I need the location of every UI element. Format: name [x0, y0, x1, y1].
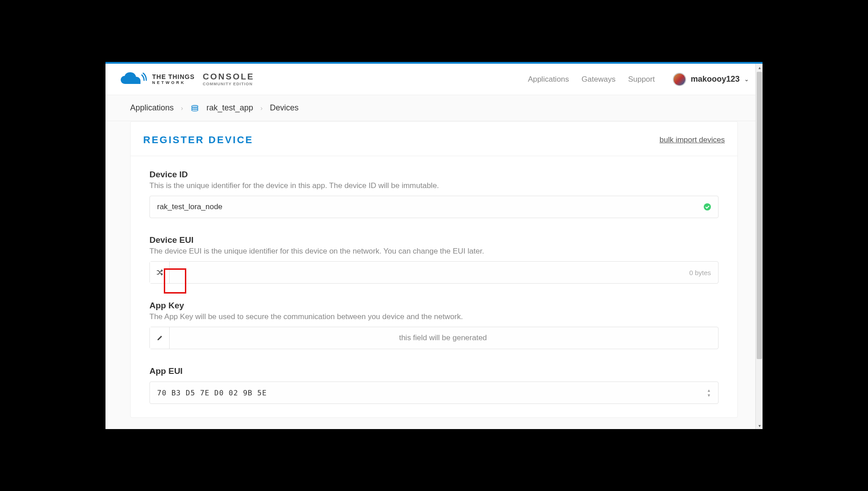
bulk-import-link[interactable]: bulk import devices	[659, 136, 725, 145]
crumb-app-id[interactable]: rak_test_app	[206, 103, 253, 113]
crumb-applications[interactable]: Applications	[130, 103, 174, 113]
app-key-label: App Key	[149, 301, 719, 311]
nav-support[interactable]: Support	[628, 75, 655, 84]
app-key-placeholder: this field will be generated	[175, 333, 711, 342]
console-subtitle: COMMUNITY EDITION	[203, 82, 254, 86]
field-app-key: App Key The App Key will be used to secu…	[149, 301, 719, 349]
brand-name: THE THINGS	[152, 74, 195, 80]
cloud-icon	[119, 71, 147, 88]
crumb-devices[interactable]: Devices	[270, 103, 298, 113]
app-key-help: The App Key will be used to secure the c…	[149, 312, 719, 321]
field-device-eui: Device EUI The device EUI is the unique …	[149, 235, 719, 284]
app-eui-value: 70 B3 D5 7E D0 02 9B 5E	[157, 389, 707, 397]
device-eui-bytes: 0 bytes	[689, 269, 711, 276]
device-id-value: rak_test_lora_node	[157, 202, 704, 211]
scroll-up-icon[interactable]: ▴	[756, 64, 763, 71]
header: THE THINGS NETWORK CONSOLE COMMUNITY EDI…	[105, 64, 763, 95]
scroll-down-icon[interactable]: ▾	[756, 422, 763, 429]
brand-logo[interactable]: THE THINGS NETWORK	[119, 71, 195, 88]
brand-text: THE THINGS NETWORK	[152, 74, 195, 85]
page-title: REGISTER DEVICE	[143, 134, 253, 146]
edit-button[interactable]	[150, 327, 170, 349]
valid-check-icon	[704, 203, 711, 210]
device-id-input[interactable]: rak_test_lora_node	[149, 196, 719, 218]
device-eui-label: Device EUI	[149, 235, 719, 245]
brand-subname: NETWORK	[152, 81, 195, 85]
field-device-id: Device ID This is the unique identifier …	[149, 170, 719, 218]
chevron-right-icon: ›	[260, 104, 263, 112]
application-icon	[190, 104, 199, 113]
stepper-icon[interactable]: ▲▼	[707, 388, 711, 398]
console-brand: CONSOLE COMMUNITY EDITION	[203, 72, 254, 86]
register-device-card: REGISTER DEVICE bulk import devices Devi…	[130, 121, 738, 418]
device-eui-input[interactable]: 0 bytes	[149, 261, 719, 284]
console-title: CONSOLE	[203, 72, 254, 81]
device-id-help: This is the unique identifier for the de…	[149, 181, 719, 190]
device-eui-help: The device EUI is the unique identifier …	[149, 247, 719, 256]
username: makoooy123	[691, 75, 740, 84]
avatar	[673, 73, 686, 86]
nav-gateways[interactable]: Gateways	[582, 75, 616, 84]
shuffle-icon	[156, 269, 163, 276]
chevron-right-icon: ›	[181, 104, 183, 112]
shuffle-button[interactable]	[150, 262, 170, 283]
vertical-scrollbar[interactable]: ▴ ▾	[755, 64, 763, 429]
svg-point-2	[192, 109, 198, 111]
scroll-thumb[interactable]	[757, 72, 762, 359]
app-eui-select[interactable]: 70 B3 D5 7E D0 02 9B 5E ▲▼	[149, 381, 719, 404]
app-key-input[interactable]: this field will be generated	[149, 327, 719, 349]
app-eui-label: App EUI	[149, 366, 719, 376]
nav-applications[interactable]: Applications	[528, 75, 569, 84]
device-id-label: Device ID	[149, 170, 719, 180]
chevron-down-icon: ⌄	[744, 76, 749, 83]
user-menu[interactable]: makoooy123 ⌄	[673, 73, 749, 86]
field-app-eui: App EUI 70 B3 D5 7E D0 02 9B 5E ▲▼	[149, 366, 719, 404]
pencil-icon	[157, 335, 163, 341]
breadcrumb: Applications › rak_test_app › Devices	[105, 95, 763, 121]
